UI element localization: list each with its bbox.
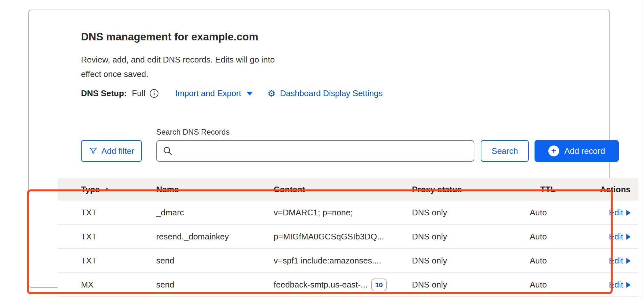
info-circle-icon[interactable]: i [150, 89, 158, 98]
cell-ttl: Auto [530, 273, 547, 297]
column-header-content[interactable]: Content [274, 178, 305, 201]
cell-proxy-status: DNS only [412, 249, 447, 273]
column-header-actions-label: Actions [600, 185, 631, 195]
table-row: TXT send v=spf1 include:amazonses.... DN… [58, 249, 638, 273]
plus-circle-icon: + [548, 146, 559, 156]
table-row: TXT _dmarc v=DMARC1; p=none; DNS only Au… [58, 201, 638, 225]
page-title: DNS management for example.com [81, 31, 258, 43]
dns-setup-row: DNS Setup: Full i Import and Export ⚙ Da… [81, 88, 383, 98]
import-export-label: Import and Export [175, 88, 241, 98]
column-header-actions: Actions [600, 178, 631, 201]
page-title-prefix: DNS management for [81, 31, 191, 43]
caret-right-icon [626, 210, 631, 216]
cell-name: resend._domainkey [156, 225, 229, 249]
dns-setup-value: Full [132, 88, 145, 98]
page-title-domain: example.com [191, 31, 258, 43]
page-description: Review, add, and edit DNS records. Edits… [81, 53, 278, 81]
edit-record-link[interactable]: Edit [609, 225, 631, 249]
column-header-type[interactable]: Type [81, 178, 110, 201]
column-header-proxy-status[interactable]: Proxy status [412, 178, 462, 201]
edit-link-label: Edit [609, 232, 623, 242]
add-record-button[interactable]: + Add record [535, 140, 619, 162]
add-filter-label: Add filter [101, 146, 134, 156]
search-button[interactable]: Search [481, 140, 529, 162]
add-record-label: Add record [564, 146, 605, 156]
cell-ttl: Auto [530, 201, 547, 225]
cell-proxy-status: DNS only [412, 225, 447, 249]
column-header-name-label: Name [156, 185, 179, 195]
table-body: TXT _dmarc v=DMARC1; p=none; DNS only Au… [58, 201, 638, 297]
edit-record-link[interactable]: Edit [609, 249, 631, 273]
cell-proxy-status: DNS only [412, 201, 447, 225]
column-header-proxy-label: Proxy status [412, 185, 462, 195]
dns-management-card: DNS management for example.com Review, a… [28, 10, 610, 288]
search-button-label: Search [492, 146, 518, 156]
search-field-label: Search DNS Records [156, 128, 229, 137]
dns-management-page: DNS management for example.com Review, a… [0, 0, 644, 300]
gear-icon[interactable]: ⚙ [268, 89, 276, 98]
cell-content: v=DMARC1; p=none; [274, 201, 353, 225]
edit-record-link[interactable]: Edit [609, 273, 631, 297]
caret-right-icon [626, 282, 631, 288]
cell-type: TXT [81, 201, 97, 225]
cell-content: feedback-smtp.us-east-... 10 [274, 273, 387, 297]
cell-name: send [156, 273, 174, 297]
sort-asc-icon [104, 188, 110, 191]
column-header-type-label: Type [81, 185, 100, 195]
cell-ttl: Auto [530, 225, 547, 249]
cell-name: send [156, 249, 174, 273]
edit-record-link[interactable]: Edit [609, 201, 631, 225]
column-header-name[interactable]: Name [156, 178, 179, 201]
import-export-link[interactable]: Import and Export [175, 88, 253, 98]
cell-name: _dmarc [156, 201, 184, 225]
page-edge-divider [642, 0, 642, 300]
search-input[interactable] [156, 140, 474, 162]
cell-content-text: feedback-smtp.us-east-... [274, 280, 367, 290]
cell-ttl: Auto [530, 249, 547, 273]
column-header-ttl-label: TTL [540, 185, 556, 195]
edit-link-label: Edit [609, 280, 623, 290]
cell-type: TXT [81, 225, 97, 249]
cell-type: TXT [81, 249, 97, 273]
cell-type: MX [81, 273, 93, 297]
column-header-content-label: Content [274, 185, 305, 195]
dns-setup-label: DNS Setup: [81, 88, 127, 98]
caret-right-icon [626, 258, 631, 264]
cell-content: v=spf1 include:amazonses.... [274, 249, 381, 273]
table-header-row: Type Name Content Proxy status TTL Actio… [58, 178, 638, 201]
mx-priority-badge: 10 [371, 279, 386, 291]
edit-link-label: Edit [609, 256, 623, 266]
chevron-down-icon [246, 92, 253, 96]
edit-link-label: Edit [609, 208, 623, 218]
cell-content: p=MIGfMA0GCSqGSIb3DQ... [274, 225, 384, 249]
table-row: MX send feedback-smtp.us-east-... 10 DNS… [58, 273, 638, 297]
column-header-ttl[interactable]: TTL [540, 178, 556, 201]
add-filter-button[interactable]: Add filter [81, 140, 142, 162]
dashboard-display-settings-link[interactable]: Dashboard Display Settings [280, 88, 383, 98]
cell-proxy-status: DNS only [412, 273, 447, 297]
funnel-icon [89, 146, 98, 155]
caret-right-icon [626, 234, 631, 240]
table-row: TXT resend._domainkey p=MIGfMA0GCSqGSIb3… [58, 225, 638, 249]
